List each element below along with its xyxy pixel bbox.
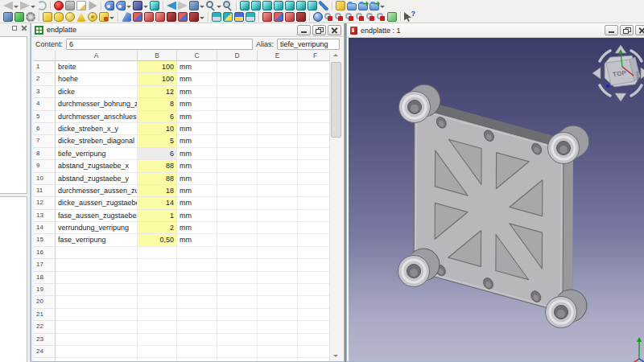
view-right-icon[interactable]	[273, 1, 284, 10]
row-header-12[interactable]: 12	[34, 197, 56, 209]
cell-C3[interactable]: mm	[177, 86, 217, 98]
part-box-icon[interactable]	[42, 12, 53, 22]
cell-E25[interactable]	[258, 358, 298, 361]
minimize-button[interactable]	[297, 25, 311, 35]
cell-D6[interactable]	[217, 123, 258, 135]
cell-F8[interactable]	[298, 148, 330, 160]
cell-F25[interactable]	[298, 358, 330, 361]
part-fillet-icon[interactable]	[166, 12, 177, 22]
cell-B9[interactable]: 88	[138, 160, 177, 172]
cell-B17[interactable]	[138, 259, 177, 271]
check-geometry-icon[interactable]	[324, 13, 334, 22]
cell-D11[interactable]	[217, 185, 258, 197]
navigation-cube[interactable]: TOP FRONT	[592, 45, 644, 101]
cell-A14[interactable]: verrundung_verripung	[56, 222, 138, 234]
cell-B20[interactable]	[138, 296, 177, 308]
nav-arrow-left[interactable]	[592, 68, 601, 79]
cell-C22[interactable]	[177, 321, 217, 333]
column-header-C[interactable]: C	[177, 51, 217, 61]
cell-B24[interactable]	[138, 346, 177, 358]
row-header-18[interactable]: 18	[34, 272, 56, 284]
cell-C21[interactable]	[177, 309, 217, 321]
row-header-15[interactable]: 15	[34, 234, 56, 246]
cell-D3[interactable]	[217, 86, 258, 98]
row-header-2[interactable]: 2	[34, 73, 56, 85]
cell-D23[interactable]	[217, 334, 258, 346]
row-header-14[interactable]: 14	[34, 222, 56, 234]
boolean-common-icon[interactable]	[295, 12, 307, 22]
open-folder-icon[interactable]	[346, 1, 357, 10]
cell-A11[interactable]: durchmesser_aussen_zugstaebe	[56, 185, 138, 197]
part-cylinder-icon[interactable]	[53, 12, 64, 22]
cell-F11[interactable]	[298, 185, 330, 197]
nav-arrow-down[interactable]	[615, 93, 626, 101]
cell-F7[interactable]	[298, 135, 330, 147]
workbench-solid-icon[interactable]	[14, 12, 25, 22]
defeaturing-1-icon[interactable]	[334, 13, 345, 22]
cell-F5[interactable]	[298, 111, 330, 123]
part-extrude-icon[interactable]	[121, 12, 132, 22]
cell-F10[interactable]	[298, 173, 330, 185]
defeaturing-3-icon[interactable]	[355, 13, 365, 22]
column-header-A[interactable]: A	[56, 51, 138, 61]
part-ruled-surface-icon[interactable]	[188, 12, 205, 22]
cell-F17[interactable]	[298, 259, 330, 271]
cell-A20[interactable]	[56, 296, 138, 308]
cell-D1[interactable]	[217, 61, 258, 73]
alias-input[interactable]	[277, 39, 340, 50]
cell-B23[interactable]	[138, 334, 177, 346]
cell-F19[interactable]	[298, 284, 330, 296]
cell-C19[interactable]	[177, 284, 217, 296]
macro-play-icon[interactable]	[87, 1, 98, 10]
cell-D25[interactable]	[217, 358, 258, 361]
cell-A16[interactable]	[56, 247, 138, 259]
row-header-22[interactable]: 22	[34, 321, 56, 333]
scroll-down-icon[interactable]	[330, 351, 341, 361]
cell-A15[interactable]: fase_verripung	[56, 234, 138, 246]
undo-icon[interactable]	[2, 1, 19, 10]
cell-A9[interactable]: abstand_zugstaebe_x	[56, 160, 138, 172]
minimize-button[interactable]	[605, 25, 618, 35]
section-offset-icon[interactable]	[211, 12, 222, 22]
cell-D5[interactable]	[217, 111, 258, 123]
3d-scene[interactable]: TOP FRONT	[349, 38, 644, 362]
row-header-3[interactable]: 3	[34, 86, 56, 98]
cell-B10[interactable]: 88	[138, 173, 177, 185]
cell-B4[interactable]: 8	[138, 98, 177, 110]
cell-F15[interactable]	[298, 234, 330, 246]
cell-E1[interactable]	[258, 61, 298, 73]
cell-C12[interactable]: mm	[177, 197, 217, 209]
close-button[interactable]	[635, 25, 644, 35]
cell-E15[interactable]	[258, 234, 298, 246]
row-header-20[interactable]: 20	[34, 296, 56, 308]
cell-F1[interactable]	[298, 61, 330, 73]
zoom-icon[interactable]	[205, 1, 222, 10]
cell-E12[interactable]	[258, 197, 298, 209]
cell-F23[interactable]	[298, 334, 330, 346]
cell-B19[interactable]	[138, 284, 177, 296]
cell-E20[interactable]	[258, 296, 298, 308]
vertical-scrollbar[interactable]	[329, 51, 341, 361]
cell-D7[interactable]	[217, 135, 258, 147]
cell-F2[interactable]	[298, 73, 330, 85]
cad-model-plate[interactable]	[398, 84, 590, 328]
cell-C7[interactable]: mm	[177, 135, 217, 147]
macro-edit-icon[interactable]	[76, 1, 87, 10]
column-header-D[interactable]: D	[217, 51, 258, 61]
cell-D18[interactable]	[217, 272, 258, 284]
cell-F16[interactable]	[298, 247, 330, 259]
view-bottom-icon[interactable]	[295, 1, 307, 10]
cell-D9[interactable]	[217, 160, 258, 172]
export-options-icon[interactable]	[369, 1, 386, 10]
nav-arrow-right[interactable]	[641, 68, 644, 79]
fit-all-icon[interactable]	[222, 1, 233, 10]
cell-C13[interactable]: mm	[177, 210, 217, 222]
cell-A24[interactable]	[56, 346, 138, 358]
cell-C18[interactable]	[177, 272, 217, 284]
cell-C23[interactable]	[177, 334, 217, 346]
part-scale-icon[interactable]	[155, 12, 166, 22]
cell-B8[interactable]: 6	[138, 148, 177, 160]
cell-E17[interactable]	[258, 259, 298, 271]
cell-E21[interactable]	[258, 309, 298, 321]
cell-C15[interactable]: mm	[177, 234, 217, 246]
